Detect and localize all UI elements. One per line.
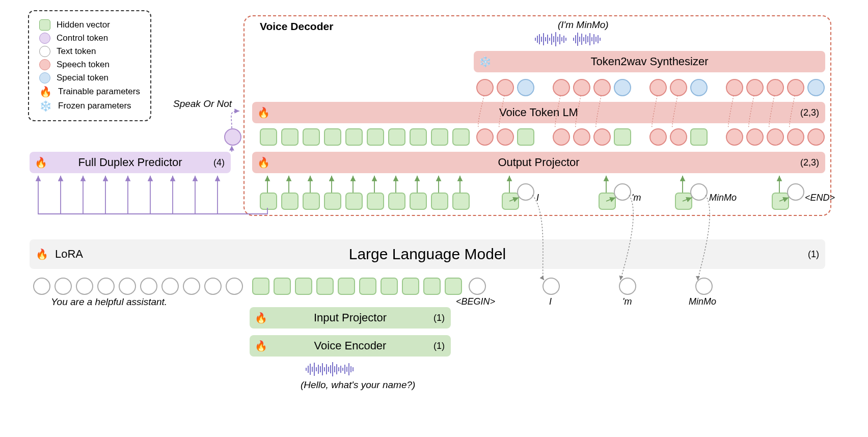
input-projector-block: 🔥 Input Projector (1) [250, 307, 451, 329]
voice-decoder-title: Voice Decoder [260, 20, 333, 33]
voice-encoder-label: Voice Encoder [314, 339, 387, 352]
token-m-in: 'm [622, 296, 632, 307]
input-projector-stage: (1) [433, 313, 445, 323]
token2wav-block: ❄️ Token2wav Synthesizer [474, 51, 825, 72]
voice-token-lm-label: Voice Token LM [499, 106, 578, 119]
token-MinMo-out: MinMo [709, 193, 737, 203]
fire-icon: 🔥 [257, 106, 270, 119]
llm-label: Large Language Model [349, 245, 506, 263]
legend-special-token: Special token [39, 72, 140, 84]
output-projector-label: Output Projector [498, 156, 579, 169]
full-duplex-block: 🔥 Full Duplex Predictor (4) [30, 152, 231, 173]
token-I-in: I [549, 296, 552, 307]
legend-frozen: ❄️Frozen parameters [39, 100, 140, 112]
token-MinMo-in: MinMo [689, 296, 716, 307]
fire-icon: 🔥 [257, 156, 270, 169]
fire-icon: 🔥 [255, 312, 267, 324]
input-caption: (Hello, what's your name?) [301, 379, 415, 391]
full-duplex-label: Full Duplex Predictor [78, 156, 182, 169]
legend-control-token: Control token [39, 33, 140, 44]
fire-icon: 🔥 [35, 156, 47, 169]
waveform-bottom-icon [306, 362, 354, 377]
full-duplex-stage: (4) [213, 157, 225, 168]
lora-label: LoRA [55, 248, 83, 261]
voice-encoder-block: 🔥 Voice Encoder (1) [250, 335, 451, 357]
token-end: <END> [805, 193, 835, 203]
snowflake-icon: ❄️ [39, 100, 52, 112]
legend-hidden-vector: Hidden vector [39, 19, 140, 31]
voice-token-lm-block: 🔥 Voice Token LM (2,3) [252, 102, 825, 123]
fire-icon: 🔥 [255, 340, 267, 352]
input-projector-label: Input Projector [314, 311, 387, 324]
voice-token-lm-stage: (2,3) [800, 107, 819, 118]
control-token-circle [224, 128, 241, 146]
token-m-out: 'm [632, 193, 641, 203]
token-begin: <BEGIN> [456, 296, 495, 307]
output-projector-block: 🔥 Output Projector (2,3) [252, 152, 825, 173]
snowflake-icon: ❄️ [479, 56, 492, 68]
speak-or-not-label: Speak Or Not [173, 98, 232, 110]
llm-block: 🔥 LoRA Large Language Model (1) [30, 239, 825, 269]
legend-speech-token: Speech token [39, 59, 140, 70]
token-I-out: I [536, 193, 539, 203]
llm-stage: (1) [808, 249, 819, 260]
fire-icon: 🔥 [36, 248, 48, 260]
voice-encoder-stage: (1) [433, 341, 445, 351]
waveform-top-icon [535, 32, 601, 47]
legend: Hidden vector Control token Text token S… [28, 10, 151, 121]
output-caption: (I'm MinMo) [558, 19, 609, 31]
legend-trainable: 🔥Trainable parameters [39, 86, 140, 98]
legend-text-token: Text token [39, 46, 140, 57]
output-projector-stage: (2,3) [800, 157, 819, 168]
token2wav-label: Token2wav Synthesizer [590, 55, 708, 68]
fire-icon: 🔥 [39, 86, 52, 98]
system-prompt: You are a helpful assistant. [51, 296, 167, 308]
